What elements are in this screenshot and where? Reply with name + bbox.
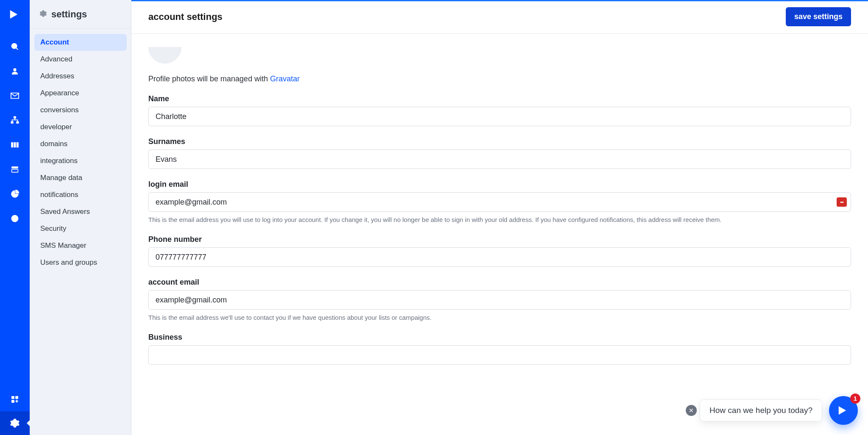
reports-icon[interactable] xyxy=(9,188,21,200)
deals-icon[interactable] xyxy=(9,139,21,151)
login-email-input[interactable] xyxy=(148,192,851,212)
app-logo[interactable] xyxy=(0,0,30,29)
svg-rect-13 xyxy=(16,396,18,399)
business-input[interactable] xyxy=(148,345,851,365)
campaigns-icon[interactable] xyxy=(9,90,21,102)
main-content: account settings save settings Profile p… xyxy=(131,0,868,435)
sidebar-item-account[interactable]: Account xyxy=(34,34,127,51)
settings-sidebar: settings Account Advanced Addresses Appe… xyxy=(30,0,131,435)
login-email-label: login email xyxy=(148,180,851,189)
sidebar-item-conversions[interactable]: conversions xyxy=(34,102,127,119)
phone-label: Phone number xyxy=(148,235,851,244)
settings-sidebar-list: Account Advanced Addresses Appearance co… xyxy=(30,29,131,276)
sidebar-item-users-groups[interactable]: Users and groups xyxy=(34,254,127,271)
name-input[interactable] xyxy=(148,107,851,126)
field-surnames: Surnames xyxy=(148,137,851,169)
help-badge: 1 xyxy=(850,393,860,404)
business-label: Business xyxy=(148,333,851,342)
gravatar-link[interactable]: Gravatar xyxy=(270,75,300,83)
svg-rect-8 xyxy=(17,142,18,147)
automations-icon[interactable] xyxy=(9,114,21,126)
sidebar-item-security[interactable]: Security xyxy=(34,220,127,237)
account-email-label: account email xyxy=(148,278,851,287)
svg-rect-7 xyxy=(14,142,16,147)
svg-rect-14 xyxy=(12,400,14,403)
sidebar-item-addresses[interactable]: Addresses xyxy=(34,68,127,85)
help-prompt-text: How can we help you today? xyxy=(709,406,812,415)
page-title: account settings xyxy=(148,11,223,22)
svg-rect-12 xyxy=(12,396,14,399)
account-email-input[interactable] xyxy=(148,290,851,310)
website-icon[interactable] xyxy=(9,213,21,224)
field-name: Name xyxy=(148,94,851,126)
svg-rect-3 xyxy=(14,116,16,119)
avatar-section: Profile photos will be managed with Grav… xyxy=(148,34,851,83)
settings-icon[interactable] xyxy=(0,411,30,435)
sidebar-item-notifications[interactable]: notifications xyxy=(34,186,127,203)
settings-sidebar-header: settings xyxy=(30,0,131,29)
avatar xyxy=(148,34,181,64)
svg-line-1 xyxy=(16,48,18,50)
login-email-help: This is the email address you will use t… xyxy=(148,215,851,224)
sidebar-item-integrations[interactable]: integrations xyxy=(34,152,127,169)
surnames-label: Surnames xyxy=(148,137,851,146)
svg-rect-5 xyxy=(17,122,19,124)
help-prompt-card[interactable]: ✕ How can we help you today? xyxy=(700,399,822,421)
gear-icon xyxy=(39,10,47,19)
gravatar-note-text: Profile photos will be managed with xyxy=(148,75,270,83)
left-nav-rail xyxy=(0,0,30,435)
form-body: Profile photos will be managed with Grav… xyxy=(131,34,868,435)
lists-icon[interactable] xyxy=(9,163,21,175)
settings-sidebar-title: settings xyxy=(51,9,87,20)
apps-icon[interactable] xyxy=(9,393,21,405)
field-business: Business xyxy=(148,333,851,365)
sidebar-item-advanced[interactable]: Advanced xyxy=(34,51,127,68)
sidebar-item-appearance[interactable]: Appearance xyxy=(34,85,127,102)
sidebar-item-domains[interactable]: domains xyxy=(34,136,127,152)
password-manager-icon[interactable] xyxy=(837,197,847,207)
close-icon[interactable]: ✕ xyxy=(686,405,697,416)
svg-rect-9 xyxy=(12,166,18,168)
phone-input[interactable] xyxy=(148,247,851,267)
name-label: Name xyxy=(148,94,851,103)
field-login-email: login email This is the email address yo… xyxy=(148,180,851,224)
sidebar-item-manage-data[interactable]: Manage data xyxy=(34,169,127,186)
sidebar-item-saved-answers[interactable]: Saved Answers xyxy=(34,203,127,220)
page-header: account settings save settings xyxy=(131,0,868,34)
surnames-input[interactable] xyxy=(148,150,851,169)
save-settings-button[interactable]: save settings xyxy=(786,7,851,26)
help-launcher-button[interactable]: 1 xyxy=(829,396,858,425)
svg-rect-10 xyxy=(12,169,18,172)
svg-rect-4 xyxy=(11,122,14,124)
svg-point-0 xyxy=(12,44,17,49)
search-icon[interactable] xyxy=(9,41,21,53)
field-phone: Phone number xyxy=(148,235,851,267)
gravatar-note: Profile photos will be managed with Grav… xyxy=(148,75,851,83)
svg-point-2 xyxy=(14,68,17,71)
field-account-email: account email This is the email address … xyxy=(148,278,851,322)
sidebar-item-developer[interactable]: developer xyxy=(34,119,127,136)
help-widget: ✕ How can we help you today? 1 xyxy=(700,396,858,425)
svg-rect-6 xyxy=(11,142,13,147)
sidebar-item-sms-manager[interactable]: SMS Manager xyxy=(34,237,127,254)
account-email-help: This is the email address we'll use to c… xyxy=(148,313,851,322)
contacts-icon[interactable] xyxy=(9,65,21,77)
